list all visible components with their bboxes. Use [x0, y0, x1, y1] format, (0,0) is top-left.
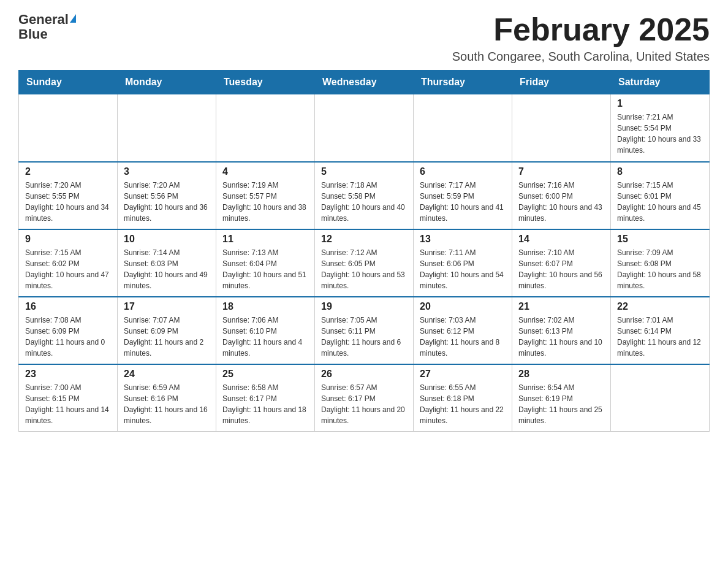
day-number: 8 [617, 166, 703, 177]
day-number: 11 [222, 234, 308, 245]
col-tuesday: Tuesday [216, 71, 315, 94]
day-number: 12 [321, 234, 407, 245]
cell-sun-info: Sunrise: 7:20 AMSunset: 5:55 PMDaylight:… [25, 180, 111, 224]
day-number: 19 [321, 301, 407, 312]
table-row: 13Sunrise: 7:11 AMSunset: 6:06 PMDayligh… [414, 229, 512, 297]
cell-sun-info: Sunrise: 7:16 AMSunset: 6:00 PMDaylight:… [518, 180, 604, 224]
col-friday: Friday [512, 71, 611, 94]
day-number: 21 [518, 301, 604, 312]
cell-sun-info: Sunrise: 7:06 AMSunset: 6:10 PMDaylight:… [222, 315, 308, 359]
cell-sun-info: Sunrise: 7:15 AMSunset: 6:02 PMDaylight:… [25, 247, 111, 291]
table-row: 2Sunrise: 7:20 AMSunset: 5:55 PMDaylight… [19, 162, 118, 229]
cell-sun-info: Sunrise: 7:15 AMSunset: 6:01 PMDaylight:… [617, 180, 703, 224]
month-title: February 2025 [452, 12, 710, 47]
calendar-week-2: 2Sunrise: 7:20 AMSunset: 5:55 PMDaylight… [19, 162, 710, 229]
table-row: 5Sunrise: 7:18 AMSunset: 5:58 PMDaylight… [315, 162, 414, 229]
cell-sun-info: Sunrise: 7:05 AMSunset: 6:11 PMDaylight:… [321, 315, 407, 359]
cell-sun-info: Sunrise: 7:17 AMSunset: 5:59 PMDaylight:… [420, 180, 506, 224]
table-row: 24Sunrise: 6:59 AMSunset: 6:16 PMDayligh… [118, 364, 216, 432]
table-row: 8Sunrise: 7:15 AMSunset: 6:01 PMDaylight… [611, 162, 710, 229]
day-number: 23 [25, 369, 111, 380]
day-number: 26 [321, 369, 407, 380]
cell-sun-info: Sunrise: 7:10 AMSunset: 6:07 PMDaylight:… [518, 247, 604, 291]
cell-sun-info: Sunrise: 7:20 AMSunset: 5:56 PMDaylight:… [124, 180, 210, 224]
location-subtitle: South Congaree, South Carolina, United S… [452, 50, 710, 64]
day-number: 15 [617, 234, 703, 245]
table-row: 23Sunrise: 7:00 AMSunset: 6:15 PMDayligh… [19, 364, 118, 432]
calendar-header-row: Sunday Monday Tuesday Wednesday Thursday… [19, 71, 710, 94]
calendar-table: Sunday Monday Tuesday Wednesday Thursday… [18, 70, 710, 432]
table-row: 14Sunrise: 7:10 AMSunset: 6:07 PMDayligh… [512, 229, 611, 297]
cell-sun-info: Sunrise: 7:12 AMSunset: 6:05 PMDaylight:… [321, 247, 407, 291]
day-number: 9 [25, 234, 111, 245]
day-number: 3 [124, 166, 210, 177]
logo-text-blue: Blue [18, 27, 48, 42]
day-number: 16 [25, 301, 111, 312]
cell-sun-info: Sunrise: 7:11 AMSunset: 6:06 PMDaylight:… [420, 247, 506, 291]
table-row [216, 94, 315, 162]
table-row: 28Sunrise: 6:54 AMSunset: 6:19 PMDayligh… [512, 364, 611, 432]
day-number: 14 [518, 234, 604, 245]
table-row [118, 94, 216, 162]
table-row: 17Sunrise: 7:07 AMSunset: 6:09 PMDayligh… [118, 297, 216, 364]
title-area: February 2025 South Congaree, South Caro… [452, 12, 710, 64]
table-row [611, 364, 710, 432]
cell-sun-info: Sunrise: 6:57 AMSunset: 6:17 PMDaylight:… [321, 382, 407, 426]
logo-text-general: General [18, 12, 69, 27]
table-row: 16Sunrise: 7:08 AMSunset: 6:09 PMDayligh… [19, 297, 118, 364]
cell-sun-info: Sunrise: 7:00 AMSunset: 6:15 PMDaylight:… [25, 382, 111, 426]
cell-sun-info: Sunrise: 6:54 AMSunset: 6:19 PMDaylight:… [518, 382, 604, 426]
table-row [512, 94, 611, 162]
table-row: 11Sunrise: 7:13 AMSunset: 6:04 PMDayligh… [216, 229, 315, 297]
day-number: 27 [420, 369, 506, 380]
cell-sun-info: Sunrise: 7:08 AMSunset: 6:09 PMDaylight:… [25, 315, 111, 359]
table-row: 6Sunrise: 7:17 AMSunset: 5:59 PMDaylight… [414, 162, 512, 229]
table-row: 19Sunrise: 7:05 AMSunset: 6:11 PMDayligh… [315, 297, 414, 364]
table-row: 18Sunrise: 7:06 AMSunset: 6:10 PMDayligh… [216, 297, 315, 364]
table-row [19, 94, 118, 162]
table-row: 1Sunrise: 7:21 AMSunset: 5:54 PMDaylight… [611, 94, 710, 162]
cell-sun-info: Sunrise: 6:55 AMSunset: 6:18 PMDaylight:… [420, 382, 506, 426]
col-sunday: Sunday [19, 71, 118, 94]
cell-sun-info: Sunrise: 7:09 AMSunset: 6:08 PMDaylight:… [617, 247, 703, 291]
table-row: 22Sunrise: 7:01 AMSunset: 6:14 PMDayligh… [611, 297, 710, 364]
table-row [414, 94, 512, 162]
calendar-week-3: 9Sunrise: 7:15 AMSunset: 6:02 PMDaylight… [19, 229, 710, 297]
day-number: 25 [222, 369, 308, 380]
cell-sun-info: Sunrise: 7:01 AMSunset: 6:14 PMDaylight:… [617, 315, 703, 359]
logo: General Blue [18, 12, 76, 42]
calendar-week-5: 23Sunrise: 7:00 AMSunset: 6:15 PMDayligh… [19, 364, 710, 432]
cell-sun-info: Sunrise: 6:59 AMSunset: 6:16 PMDaylight:… [124, 382, 210, 426]
day-number: 1 [617, 98, 703, 109]
table-row: 26Sunrise: 6:57 AMSunset: 6:17 PMDayligh… [315, 364, 414, 432]
cell-sun-info: Sunrise: 7:13 AMSunset: 6:04 PMDaylight:… [222, 247, 308, 291]
cell-sun-info: Sunrise: 7:21 AMSunset: 5:54 PMDaylight:… [617, 112, 703, 156]
table-row: 27Sunrise: 6:55 AMSunset: 6:18 PMDayligh… [414, 364, 512, 432]
col-thursday: Thursday [414, 71, 512, 94]
day-number: 2 [25, 166, 111, 177]
table-row: 25Sunrise: 6:58 AMSunset: 6:17 PMDayligh… [216, 364, 315, 432]
day-number: 5 [321, 166, 407, 177]
day-number: 10 [124, 234, 210, 245]
table-row: 15Sunrise: 7:09 AMSunset: 6:08 PMDayligh… [611, 229, 710, 297]
table-row: 4Sunrise: 7:19 AMSunset: 5:57 PMDaylight… [216, 162, 315, 229]
table-row: 3Sunrise: 7:20 AMSunset: 5:56 PMDaylight… [118, 162, 216, 229]
table-row: 7Sunrise: 7:16 AMSunset: 6:00 PMDaylight… [512, 162, 611, 229]
table-row [315, 94, 414, 162]
table-row: 20Sunrise: 7:03 AMSunset: 6:12 PMDayligh… [414, 297, 512, 364]
cell-sun-info: Sunrise: 7:03 AMSunset: 6:12 PMDaylight:… [420, 315, 506, 359]
col-saturday: Saturday [611, 71, 710, 94]
table-row: 21Sunrise: 7:02 AMSunset: 6:13 PMDayligh… [512, 297, 611, 364]
table-row: 9Sunrise: 7:15 AMSunset: 6:02 PMDaylight… [19, 229, 118, 297]
col-monday: Monday [118, 71, 216, 94]
cell-sun-info: Sunrise: 7:19 AMSunset: 5:57 PMDaylight:… [222, 180, 308, 224]
day-number: 24 [124, 369, 210, 380]
day-number: 28 [518, 369, 604, 380]
cell-sun-info: Sunrise: 7:07 AMSunset: 6:09 PMDaylight:… [124, 315, 210, 359]
cell-sun-info: Sunrise: 6:58 AMSunset: 6:17 PMDaylight:… [222, 382, 308, 426]
logo-triangle-icon [70, 14, 76, 23]
day-number: 20 [420, 301, 506, 312]
day-number: 22 [617, 301, 703, 312]
calendar-week-1: 1Sunrise: 7:21 AMSunset: 5:54 PMDaylight… [19, 94, 710, 162]
calendar-week-4: 16Sunrise: 7:08 AMSunset: 6:09 PMDayligh… [19, 297, 710, 364]
